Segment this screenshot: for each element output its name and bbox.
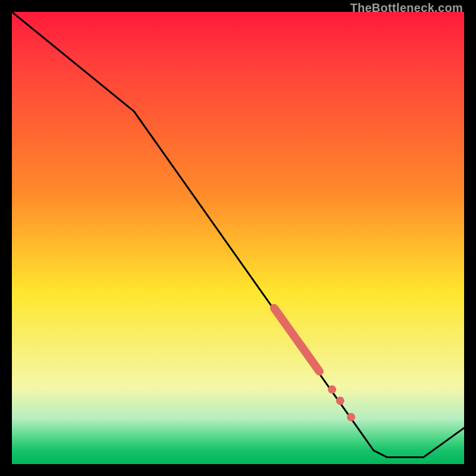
chart-background <box>12 12 464 464</box>
highlight-dot <box>347 413 355 421</box>
chart-svg <box>12 12 464 464</box>
highlight-dot <box>328 386 336 394</box>
watermark-text: TheBottleneck.com <box>350 1 463 15</box>
highlight-dot <box>336 397 345 405</box>
chart-frame: TheBottleneck.com <box>0 0 476 476</box>
chart-plot-area <box>12 12 464 464</box>
